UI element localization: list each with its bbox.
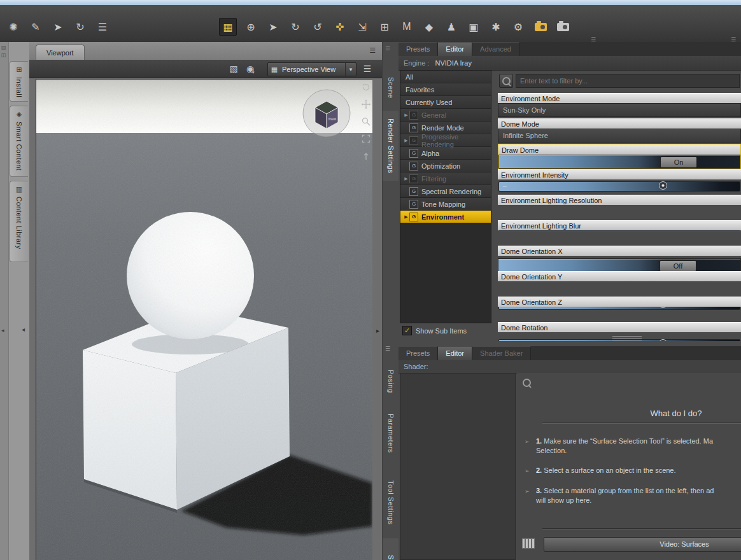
tab-editor[interactable]: Editor: [438, 42, 472, 56]
surfaces-material-list[interactable]: [400, 373, 516, 560]
camera-zoom-icon[interactable]: [361, 116, 371, 127]
dock-tab-render-settings[interactable]: Render Settings: [383, 111, 399, 181]
tab-advanced[interactable]: Advanced: [472, 42, 519, 56]
category-tone-mapping[interactable]: G Tone Mapping: [400, 198, 491, 211]
search-icon: [523, 379, 531, 387]
nav-cube-front-label: front: [328, 117, 336, 121]
orbit-tool-icon[interactable]: ↺: [309, 18, 326, 36]
slider-knob[interactable]: [659, 181, 667, 190]
filter-search-button[interactable]: [499, 74, 513, 88]
dock-tab-surfaces[interactable]: Surfaces: [383, 538, 399, 560]
chevron-down-icon[interactable]: ▼: [345, 63, 356, 76]
toggle-on-button[interactable]: On: [660, 157, 697, 168]
surfaces-help-area: What do I do? ➢ 1. Make sure the “Surfac…: [517, 373, 741, 560]
group-icon: G: [409, 200, 418, 209]
render-view[interactable]: front: [36, 79, 372, 560]
splitter-collapse-icon[interactable]: ▸: [376, 327, 379, 334]
category-favorites[interactable]: Favorites: [400, 83, 491, 96]
draw-style-icon[interactable]: ▧: [227, 62, 241, 75]
dock-tab-scene[interactable]: Scene: [383, 70, 399, 106]
property-label: Environment Lighting Blur: [498, 220, 741, 230]
expand-arrow-icon[interactable]: ▶: [403, 214, 409, 220]
node-connect-icon[interactable]: ⊞: [376, 18, 393, 36]
pane-resize-grip[interactable]: [612, 336, 642, 340]
category-label: Filtering: [421, 175, 446, 183]
main-toolbar: ✺ ✎ ➤ ↻ ☰ ▦ ⊕ ➤ ↻ ↺ ✜ ⇲ ⊞ M ◆ ♟ ▣ ✱ ⚙: [0, 5, 741, 43]
tab-editor[interactable]: Editor: [438, 346, 472, 360]
tab-shader-baker[interactable]: Shader Baker: [472, 346, 531, 360]
category-filtering[interactable]: ▶ G Filtering: [400, 172, 491, 185]
render-library-icon[interactable]: [554, 18, 571, 36]
dock-grip-icon[interactable]: ▤: [1, 45, 6, 50]
nav-cube-gizmo[interactable]: front: [302, 88, 351, 138]
camera-rotate-icon[interactable]: [361, 82, 371, 92]
category-general[interactable]: ▶ G General: [400, 109, 491, 122]
property-label: Dome Orientation X: [498, 246, 741, 256]
sidebar-tab-content-library[interactable]: ▥ Content Library: [10, 181, 28, 262]
figure-select-icon[interactable]: ♟: [443, 18, 460, 36]
create-node-icon[interactable]: ✎: [27, 18, 44, 36]
surface-select-icon[interactable]: M: [399, 18, 415, 36]
geometry-editor-icon[interactable]: ◆: [421, 18, 437, 36]
render-icon[interactable]: [532, 18, 549, 36]
pane-grip-icon[interactable]: ☰: [385, 346, 390, 352]
expand-arrow-icon[interactable]: ▶: [403, 113, 409, 118]
environment-lighting-blur-toggle[interactable]: Off: [498, 258, 741, 272]
cursor-add-icon[interactable]: ➤: [50, 18, 66, 36]
expand-arrow-icon[interactable]: ▶: [403, 138, 409, 143]
dome-mode-dropdown[interactable]: Infinite Sphere: [498, 129, 741, 143]
camera-frame-icon[interactable]: [361, 134, 371, 144]
category-currently-used[interactable]: Currently Used: [400, 96, 491, 109]
filter-input[interactable]: [516, 74, 740, 88]
tab-presets[interactable]: Presets: [399, 42, 438, 56]
category-alpha[interactable]: G Alpha: [400, 147, 491, 160]
video-surfaces-button[interactable]: Video: Surfaces: [544, 537, 741, 552]
align-panel-icon[interactable]: ☰: [94, 18, 111, 36]
node-select-icon[interactable]: ➤: [265, 18, 281, 36]
camera-aim-icon[interactable]: [361, 151, 371, 161]
dock-tab-parameters[interactable]: Parameters: [383, 408, 399, 459]
tab-presets[interactable]: Presets: [399, 346, 438, 360]
dock-grip-icon[interactable]: ◫: [1, 52, 6, 58]
slider-track[interactable]: [498, 181, 740, 192]
draw-dome-toggle[interactable]: On: [498, 155, 740, 169]
environment-intensity-slider[interactable]: –: [498, 179, 741, 193]
dock-tab-tool-settings[interactable]: Tool Settings: [383, 473, 399, 532]
dock-tab-posing[interactable]: Posing: [383, 363, 399, 399]
world-space-icon[interactable]: ⊕: [243, 18, 259, 36]
camera-options-caret-icon[interactable]: ▾: [252, 70, 255, 75]
spot-render-icon[interactable]: ▣: [465, 18, 482, 36]
viewport-pane-menu-icon[interactable]: ☰: [369, 46, 376, 55]
expand-arrow-icon[interactable]: ▶: [403, 176, 409, 181]
category-environment[interactable]: ▶ G Environment: [400, 211, 491, 223]
sidebar-tab-smart-content[interactable]: ◈ Smart Content: [10, 106, 28, 177]
aux-viewport-icon[interactable]: ▦: [219, 18, 237, 36]
toggle-off-button[interactable]: Off: [660, 260, 696, 272]
collapse-left-icon[interactable]: ◂: [1, 327, 4, 333]
category-spectral-rendering[interactable]: G Spectral Rendering: [400, 185, 491, 198]
rotate-add-icon[interactable]: ↻: [72, 18, 88, 36]
category-all[interactable]: All: [400, 71, 491, 83]
environment-mode-dropdown[interactable]: Sun-Sky Only: [498, 103, 741, 117]
engine-label: Engine :: [399, 59, 429, 67]
sphere-gear-icon[interactable]: ⚙: [510, 18, 526, 36]
create-light-icon[interactable]: ✺: [5, 18, 22, 36]
pane-grip-icon[interactable]: ☰: [385, 45, 390, 52]
category-optimization[interactable]: G Optimization: [400, 160, 491, 172]
engine-row: Engine : NVIDIA Iray: [399, 56, 741, 71]
camera-options-icon[interactable]: ◉: [243, 62, 257, 75]
camera-selector[interactable]: ▦ Perspective View ▼: [267, 62, 356, 76]
scale-tool-icon[interactable]: ⇲: [354, 18, 370, 36]
splitter-collapse-icon[interactable]: ◂: [22, 326, 25, 333]
camera-pan-icon[interactable]: [361, 99, 371, 109]
translate-tool-icon[interactable]: ✜: [332, 18, 348, 36]
viewport-menu-icon[interactable]: ☰: [360, 62, 374, 75]
cursor-effect-icon[interactable]: ✱: [488, 18, 504, 36]
viewport-tab[interactable]: Viewport: [36, 45, 85, 60]
category-progressive-rendering[interactable]: ▶ G Progressive Rendering: [400, 134, 491, 147]
sidebar-tab-install[interactable]: ⊞ Install: [10, 61, 28, 102]
show-sub-items-checkbox[interactable]: ✓ Show Sub Items: [402, 326, 467, 335]
surfaces-search-button[interactable]: [519, 375, 533, 389]
rotate-tool-icon[interactable]: ↻: [287, 18, 304, 36]
render-camera-icon: [535, 23, 547, 31]
